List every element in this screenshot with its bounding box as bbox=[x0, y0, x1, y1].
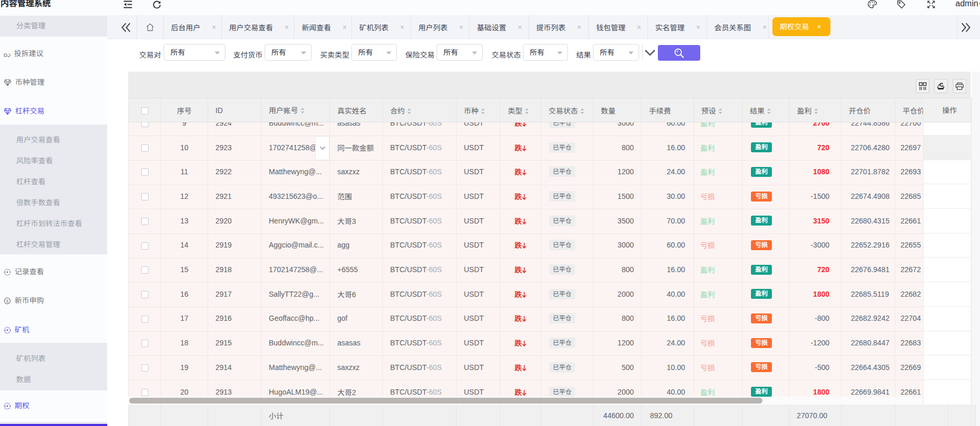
svg-text:$: $ bbox=[6, 299, 9, 304]
